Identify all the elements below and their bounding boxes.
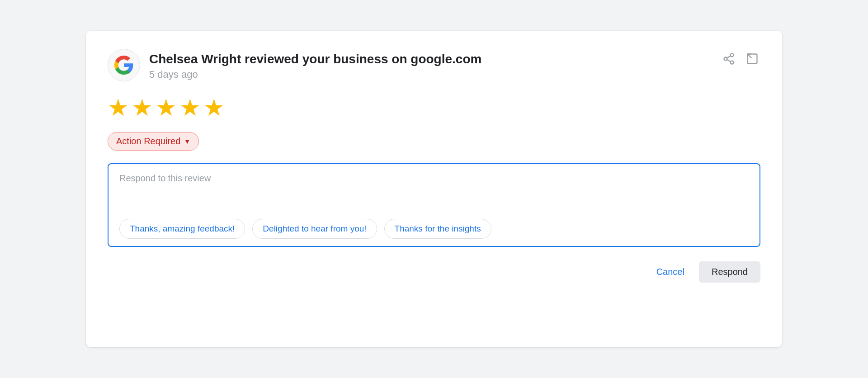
- action-required-badge[interactable]: Action Required ▼: [108, 132, 199, 151]
- review-card: Chelsea Wright reviewed your business on…: [86, 31, 782, 347]
- star-4: ★: [179, 96, 201, 119]
- svg-line-6: [748, 54, 751, 58]
- review-time: 5 days ago: [149, 69, 481, 80]
- cancel-button[interactable]: Cancel: [649, 262, 692, 282]
- dropdown-arrow-icon: ▼: [184, 138, 190, 145]
- stars-row: ★ ★ ★ ★ ★: [108, 96, 760, 119]
- header-text: Chelsea Wright reviewed your business on…: [149, 49, 481, 80]
- star-1: ★: [108, 96, 129, 119]
- star-5: ★: [203, 96, 225, 119]
- star-3: ★: [156, 96, 177, 119]
- action-required-label: Action Required: [116, 136, 180, 146]
- suggestion-chip-2[interactable]: Delighted to hear from you!: [252, 219, 377, 239]
- header-left: Chelsea Wright reviewed your business on…: [108, 49, 481, 81]
- google-g-icon: [114, 55, 134, 75]
- footer-row: Cancel Respond: [108, 261, 760, 283]
- svg-line-4: [727, 56, 731, 58]
- svg-line-3: [727, 60, 731, 62]
- google-logo: [108, 49, 140, 81]
- header-row: Chelsea Wright reviewed your business on…: [108, 49, 760, 81]
- header-icons: [721, 49, 760, 67]
- share-icon: [722, 52, 735, 65]
- suggestion-chip-3[interactable]: Thanks for the insights: [384, 219, 491, 239]
- suggestion-chip-1[interactable]: Thanks, amazing feedback!: [119, 219, 245, 239]
- suggestions-row: Thanks, amazing feedback! Delighted to h…: [119, 215, 749, 239]
- external-link-icon: [746, 52, 759, 65]
- star-2: ★: [132, 96, 153, 119]
- external-link-button[interactable]: [744, 51, 760, 67]
- review-title: Chelsea Wright reviewed your business on…: [149, 52, 481, 67]
- respond-button[interactable]: Respond: [699, 261, 760, 283]
- response-box: Thanks, amazing feedback! Delighted to h…: [108, 163, 760, 247]
- response-textarea[interactable]: [119, 173, 749, 209]
- share-button[interactable]: [721, 51, 737, 67]
